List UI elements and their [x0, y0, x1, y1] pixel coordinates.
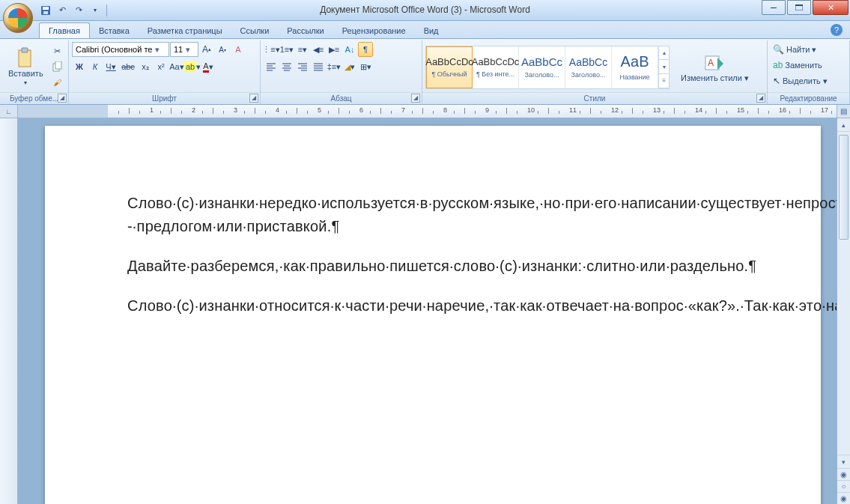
underline-button[interactable]: Ч▾ [103, 59, 118, 74]
style-heading2[interactable]: AaBbCcЗаголово... [565, 46, 612, 88]
font-family-combo[interactable]: Calibri (Основной те▾ [72, 42, 169, 57]
sort-button[interactable]: A↓ [342, 42, 357, 57]
find-icon: 🔍 [773, 44, 784, 55]
superscript-button[interactable]: x² [154, 59, 169, 74]
format-painter-button[interactable]: 🖌 [50, 75, 65, 90]
scroll-up[interactable]: ▴ [837, 118, 850, 132]
align-center-button[interactable] [279, 59, 294, 74]
select-button[interactable]: ↖Выделить ▾ [771, 73, 846, 88]
ruler-toggle[interactable]: ▤ [837, 105, 850, 118]
font-group-label: Шрифт [152, 94, 177, 103]
multilevel-button[interactable]: ≡▾ [295, 42, 310, 57]
italic-button[interactable]: К [88, 59, 103, 74]
bullets-button[interactable]: ⋮≡▾ [264, 42, 279, 57]
bold-button[interactable]: Ж [72, 59, 87, 74]
styles-gallery[interactable]: AaBbCcDc¶ Обычный AaBbCcDc¶ Без инте... … [425, 46, 670, 89]
horizontal-ruler[interactable]: 1234567891011121314151617 [18, 105, 837, 118]
scissors-icon: ✂ [54, 46, 61, 56]
shading-button[interactable]: ◢▾ [342, 59, 357, 74]
shrink-font-button[interactable]: A▾ [215, 42, 230, 57]
font-color-button[interactable]: A▾ [201, 59, 216, 74]
paragraph-3[interactable]: Слово·(с)·изнанки·относится·к·части·речи… [127, 294, 738, 318]
font-launcher[interactable]: ◢ [249, 94, 258, 103]
gallery-up[interactable]: ▴ [659, 46, 669, 61]
tab-home[interactable]: Главная [39, 22, 90, 38]
office-button[interactable] [3, 3, 33, 33]
replace-button[interactable]: abЗаменить [771, 58, 846, 73]
indent-increase-button[interactable]: ▶≡ [327, 42, 341, 57]
tab-view[interactable]: Вид [415, 23, 448, 38]
align-justify-button[interactable] [311, 59, 326, 74]
paragraph-launcher[interactable]: ◢ [411, 94, 420, 103]
highlight-icon: ab [184, 62, 196, 71]
clear-format-button[interactable]: A [231, 42, 246, 57]
highlight-button[interactable]: ab▾ [185, 59, 200, 74]
bullets-icon: ⋮≡ [262, 45, 275, 55]
qat-separator [106, 4, 107, 16]
paragraph-2[interactable]: Давайте·разберемся,·как·правильно·пишетс… [127, 255, 738, 278]
paste-button[interactable]: Вставить▾ [3, 42, 49, 92]
gallery-more[interactable]: ≡ [659, 74, 669, 88]
close-button[interactable]: ✕ [813, 0, 849, 15]
tab-selector[interactable]: ∟ [0, 105, 18, 118]
pilcrow-icon: ¶ [363, 45, 368, 54]
paste-label: Вставить [8, 69, 43, 78]
style-title[interactable]: АаВНазвание [612, 46, 658, 88]
qat-save-button[interactable] [39, 4, 52, 17]
help-icon[interactable]: ? [831, 24, 843, 36]
change-styles-button[interactable]: A Изменить стили ▾ [676, 49, 754, 85]
subscript-button[interactable]: x₂ [138, 59, 153, 74]
sort-icon: A↓ [345, 45, 355, 54]
align-left-button[interactable] [264, 59, 279, 74]
paragraph-1[interactable]: Слово·(с)·изнанки·нередко·используется·в… [127, 192, 738, 238]
window-title: Документ Microsoft Office Word (3) - Mic… [0, 4, 850, 15]
paste-icon [14, 47, 37, 70]
svg-rect-8 [55, 61, 61, 69]
show-marks-button[interactable]: ¶ [358, 42, 373, 57]
style-normal[interactable]: AaBbCcDc¶ Обычный [426, 46, 473, 88]
vertical-ruler[interactable] [0, 118, 18, 504]
scroll-down[interactable]: ▾ [837, 455, 850, 468]
clipboard-group-label: Буфер обме... [10, 94, 58, 103]
document-page[interactable]: Слово·(с)·изнанки·нередко·используется·в… [45, 126, 821, 504]
svg-rect-6 [22, 48, 28, 52]
multilevel-icon: ≡ [298, 45, 303, 54]
qat-redo-button[interactable]: ↷ [72, 4, 85, 17]
tab-review[interactable]: Рецензирование [333, 23, 415, 38]
clipboard-launcher[interactable]: ◢ [58, 94, 67, 103]
align-right-button[interactable] [295, 59, 310, 74]
vertical-scrollbar[interactable]: ▴ ▾ ◉ ○ ◉ [837, 118, 850, 504]
outdent-icon: ◀≡ [313, 45, 324, 55]
borders-icon: ⊞ [360, 62, 367, 72]
gallery-down[interactable]: ▾ [659, 60, 669, 74]
style-nospacing[interactable]: AaBbCcDc¶ Без инте... [473, 46, 519, 88]
qat-undo-button[interactable]: ↶ [55, 4, 69, 17]
scroll-thumb[interactable] [839, 135, 849, 240]
tab-insert[interactable]: Вставка [90, 23, 139, 38]
browse-object[interactable]: ○ [837, 480, 850, 492]
copy-button[interactable] [50, 59, 65, 74]
prev-page[interactable]: ◉ [837, 468, 850, 480]
scroll-track[interactable] [837, 132, 850, 455]
maximize-button[interactable] [787, 0, 811, 15]
qat-customize-button[interactable]: ▾ [88, 4, 102, 17]
styles-launcher[interactable]: ◢ [756, 94, 765, 103]
change-case-button[interactable]: Aa▾ [169, 59, 184, 74]
font-size-combo[interactable]: 11▾ [170, 42, 198, 57]
find-button[interactable]: 🔍Найти ▾ [771, 42, 846, 57]
cut-button[interactable]: ✂ [50, 43, 65, 58]
grow-font-button[interactable]: A▴ [199, 42, 214, 57]
tab-page-layout[interactable]: Разметка страницы [139, 23, 231, 38]
next-page[interactable]: ◉ [837, 492, 850, 504]
editing-group-label: Редактирование [780, 94, 837, 103]
indent-decrease-button[interactable]: ◀≡ [311, 42, 326, 57]
strike-button[interactable]: abc [119, 59, 137, 74]
line-spacing-button[interactable]: ‡≡▾ [327, 59, 341, 74]
change-styles-icon: A [703, 52, 726, 74]
style-heading1[interactable]: AaBbCcЗаголово... [519, 46, 565, 88]
tab-references[interactable]: Ссылки [231, 23, 279, 38]
numbering-button[interactable]: 1≡▾ [279, 42, 294, 57]
minimize-button[interactable]: ─ [762, 0, 786, 15]
borders-button[interactable]: ⊞▾ [358, 59, 373, 74]
tab-mailings[interactable]: Рассылки [278, 23, 333, 38]
